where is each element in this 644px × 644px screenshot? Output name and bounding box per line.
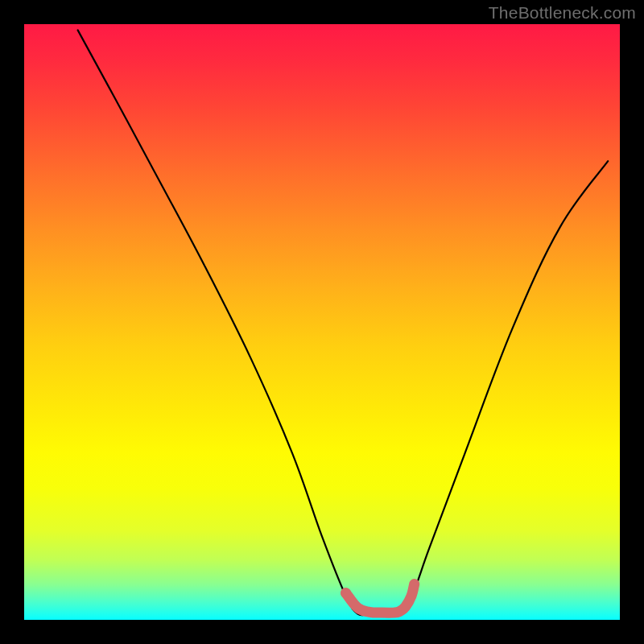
chart-container: TheBottleneck.com <box>0 0 644 644</box>
highlight-minimum-band <box>346 584 415 613</box>
plot-area <box>24 24 620 620</box>
curve-svg <box>24 24 620 620</box>
highlight-start-dot <box>341 588 351 598</box>
series-bottleneck-curve <box>78 30 609 615</box>
watermark-text: TheBottleneck.com <box>489 3 636 23</box>
